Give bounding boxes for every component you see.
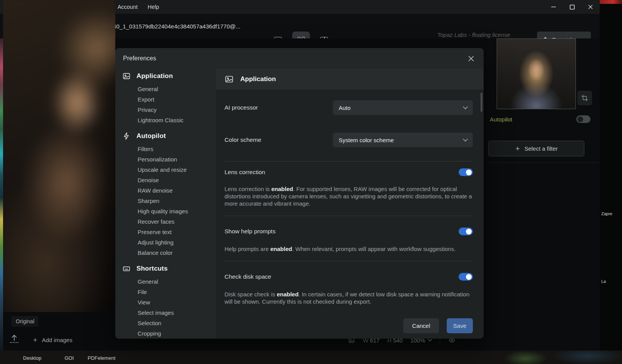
nav-section-autopilot[interactable]: Autopilot [122, 132, 216, 140]
section-divider [225, 261, 473, 261]
original-badge: Original [12, 316, 38, 327]
toggle-knob [466, 274, 472, 280]
cancel-button[interactable]: Cancel [403, 318, 439, 333]
section-divider [225, 216, 473, 216]
upload-icon-base [10, 342, 18, 343]
lens-correction-toggle[interactable] [459, 168, 473, 176]
right-sidebar: Autopilot Select a filter [487, 38, 600, 351]
close-icon [468, 55, 474, 62]
crop-icon [581, 95, 588, 101]
nav-item-personalization[interactable]: Personalization [122, 154, 216, 165]
nav-item-shortcuts-selection[interactable]: Selection [122, 318, 216, 328]
application-icon [122, 72, 131, 80]
maximize-button[interactable] [563, 0, 581, 14]
nav-item-high-quality-images[interactable]: High quality images [122, 206, 216, 216]
nav-section-title: Application [136, 72, 173, 80]
dialog-scrollbar[interactable] [481, 93, 482, 112]
autopilot-label: Autopilot [490, 116, 512, 123]
help-prompts-description: Help prompts are enabled. When relevant,… [225, 245, 473, 253]
taskbar-item[interactable]: GOI [65, 355, 74, 361]
nav-section-title: Autopilot [136, 132, 166, 140]
nav-section-shortcuts[interactable]: Shortcuts [122, 264, 216, 273]
image-thumbnail[interactable] [497, 38, 576, 109]
sidebar-divider [487, 162, 600, 163]
nav-item-shortcuts-cropping[interactable]: Cropping [122, 328, 216, 339]
open-filename: 617×540_1_031579db22404e4c384057a436df17… [97, 23, 241, 30]
autopilot-row: Autopilot [490, 115, 590, 123]
preferences-dialog: Preferences Application General Export P… [115, 48, 484, 339]
nav-item-denoise[interactable]: Denoise [122, 175, 216, 185]
dialog-actions: Cancel Save [225, 318, 473, 333]
disk-space-toggle[interactable] [459, 273, 473, 281]
content-section-title: Application [240, 75, 276, 83]
add-images-label: Add images [42, 337, 72, 343]
chevron-down-icon [463, 138, 468, 142]
select-filter-label: Select a filter [524, 145, 558, 152]
preview-photo [3, 0, 115, 312]
taskbar-item[interactable]: PDFelement [88, 355, 115, 361]
image-preview[interactable] [3, 0, 115, 312]
nav-section-application[interactable]: Application [122, 72, 216, 80]
dialog-close-button[interactable] [465, 53, 477, 64]
plus-icon [32, 337, 38, 343]
add-images-button[interactable]: Add images [32, 337, 72, 343]
close-button[interactable] [581, 0, 600, 14]
color-scheme-value: System color scheme [339, 137, 394, 143]
ai-processor-label: AI processor [225, 104, 258, 111]
chevron-down-icon [463, 106, 468, 110]
lens-correction-description: Lens correction is enabled. For supporte… [225, 185, 473, 207]
help-prompts-row: Show help prompts [225, 228, 473, 235]
lens-correction-label: Lens correction [225, 169, 265, 176]
nav-item-preserve-text[interactable]: Preserve text [122, 227, 216, 237]
window-controls [544, 0, 600, 14]
nav-item-adjust-lighting[interactable]: Adjust lighting [122, 237, 216, 248]
ai-processor-value: Auto [339, 105, 351, 111]
color-scheme-row: Color scheme System color scheme [225, 133, 473, 147]
desktop-wallpaper-strip [0, 38, 3, 351]
nav-item-filters[interactable]: Filters [122, 144, 216, 154]
nav-item-shortcuts-view[interactable]: View [122, 297, 216, 307]
shortcuts-icon [122, 264, 131, 273]
license-text: Topaz Labs - floating license [437, 32, 510, 38]
nav-item-export[interactable]: Export [122, 94, 216, 105]
color-scheme-label: Color scheme [225, 136, 261, 143]
nav-item-recover-faces[interactable]: Recover faces [122, 216, 216, 227]
lens-correction-row: Lens correction [225, 168, 473, 176]
dialog-title: Preferences [123, 55, 156, 62]
nav-item-balance-color[interactable]: Balance color [122, 248, 216, 258]
save-button[interactable]: Save [447, 318, 473, 333]
desktop-icon-label-fragment: La [601, 279, 606, 284]
help-prompts-toggle[interactable] [459, 228, 473, 235]
nav-item-raw-denoise[interactable]: RAW denoise [122, 185, 216, 196]
dialog-header: Preferences [115, 48, 484, 69]
section-divider [225, 161, 473, 161]
nav-item-lightroom-classic[interactable]: Lightroom Classic [122, 115, 216, 125]
preferences-nav: Application General Export Privacy Light… [115, 69, 216, 339]
menu-account[interactable]: Account [113, 2, 142, 12]
desktop-icon-label-fragment: Zapre [601, 211, 612, 216]
nav-item-shortcuts-select-images[interactable]: Select images [122, 307, 216, 318]
toggle-knob [466, 229, 472, 234]
nav-item-general[interactable]: General [122, 84, 216, 94]
menu-help[interactable]: Help [143, 2, 163, 12]
nav-item-shortcuts-file[interactable]: File [122, 287, 216, 297]
minimize-button[interactable] [544, 0, 563, 14]
import-button[interactable] [10, 334, 20, 343]
ai-processor-row: AI processor Auto [225, 100, 473, 115]
nav-item-shortcuts-general[interactable]: General [122, 276, 216, 287]
color-scheme-select[interactable]: System color scheme [333, 133, 473, 147]
autopilot-toggle[interactable] [576, 115, 590, 123]
disk-space-label: Check disk space [225, 273, 271, 280]
nav-item-sharpen[interactable]: Sharpen [122, 196, 216, 206]
upload-icon [10, 334, 18, 341]
nav-item-upscale-and-resize[interactable]: Upscale and resize [122, 165, 216, 175]
disk-space-row: Check disk space [225, 273, 473, 281]
chevron-down-icon [428, 339, 432, 342]
crop-button[interactable] [577, 91, 592, 105]
select-filter-button[interactable]: Select a filter [488, 141, 584, 156]
plus-icon [515, 146, 521, 151]
nav-item-privacy[interactable]: Privacy [122, 105, 216, 115]
taskbar-item[interactable]: Desktop [23, 355, 42, 361]
ai-processor-select[interactable]: Auto [333, 100, 473, 115]
nav-section-title: Shortcuts [136, 265, 168, 273]
